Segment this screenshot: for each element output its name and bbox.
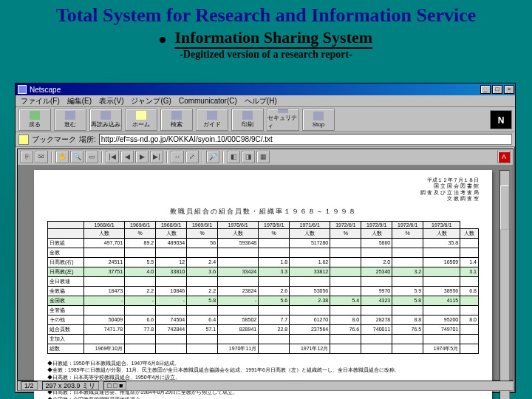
home-label: ホーム (132, 120, 150, 129)
pdf-next-button[interactable]: ▶ (135, 151, 149, 163)
pdf-first-button[interactable]: |◀ (106, 151, 119, 163)
menu-file[interactable]: ファイル(F) (18, 96, 62, 106)
pdf-tool-button[interactable]: ▦ (256, 151, 270, 163)
note-item: ◆全国教：全国教育管理職員団体協議会。 (47, 396, 479, 399)
back-button[interactable]: 戻る (18, 109, 51, 131)
bookmark-icon[interactable] (18, 134, 29, 145)
forward-button[interactable]: 進む (54, 109, 86, 131)
pdf-tool-button[interactable]: ⎘ (20, 151, 33, 163)
slide-main-title: Total System for Research and Informatio… (0, 0, 532, 27)
pdf-zoom-button[interactable]: 🔍 (70, 151, 83, 163)
bullet-icon (160, 37, 166, 43)
search-button[interactable]: 検索 (160, 109, 193, 131)
pdf-last-button[interactable]: ▶| (150, 151, 163, 163)
reload-icon (100, 111, 111, 120)
lock-icon (278, 109, 288, 113)
maximize-button[interactable]: □ (492, 85, 502, 94)
reload-label: 再読み込み (91, 120, 120, 129)
report-notes: ◆日教組：1950年日本教職員組合。1947年6月8日結成。◆全教：1989年に… (47, 360, 479, 399)
search-label: 検索 (171, 120, 183, 129)
print-label: 印刷 (242, 120, 253, 129)
menu-bar: ファイル(F) 編集(E) 表示(V) ジャンプ(G) Communicator… (16, 95, 515, 107)
table-row: 全管協 (48, 305, 479, 315)
report-title: 教職員組合の組合員数・組織率１９６８～１９９８ (47, 207, 479, 216)
pdf-tool-button[interactable]: ◧ (227, 151, 240, 163)
pdf-fitpage-button[interactable]: ⤢ (185, 151, 199, 163)
pdf-toolbar: ⎘ ✉ ✋ 🔍 ▭ |◀ ◀ ▶ ▶| ↔ ⤢ 🔎 ◧ ◨ ▦ A (18, 149, 513, 166)
status-page: 1/2 (21, 381, 38, 390)
window-title: Netscape (30, 86, 61, 94)
close-button[interactable]: × (504, 85, 514, 94)
note-item: ◆全教：1989年に日教組が分裂、11月、民主教団が全日本教職員組合協議会を結成… (47, 366, 479, 374)
back-icon (30, 111, 40, 120)
pdf-tool-button[interactable]: ✉ (35, 151, 48, 163)
guide-button[interactable]: ガイド (196, 109, 228, 131)
print-button[interactable]: 印刷 (231, 109, 264, 131)
app-icon (18, 85, 27, 94)
security-button[interactable]: セキュリティ (267, 109, 299, 131)
status-size: 297 x 203.9 ミリ (42, 381, 100, 390)
report-org2: 調 査 及 び 立 法 考 査 局 (47, 190, 479, 196)
status-bar: 1/2 297 x 203.9 ミリ □ □ ■ (17, 381, 514, 391)
report-date: 平成１２年７月１８日 (47, 177, 479, 183)
report-org1: 国 立 国 会 図 書 館 (47, 183, 479, 189)
table-row: 全国教---5.8-5.62-385.443235.84115 (48, 296, 479, 305)
table-row: 日教組497,70189.248903456593648517280586035… (48, 238, 479, 248)
pdf-fitwidth-button[interactable]: ↔ (171, 151, 184, 163)
note-item: ◆日教組：1950年日本教職員組合。1947年6月8日結成。 (47, 360, 479, 367)
pdf-tool-button[interactable]: ◨ (242, 151, 255, 163)
home-button[interactable]: ホーム (125, 109, 157, 131)
forward-label: 進む (64, 120, 76, 129)
vertical-scrollbar[interactable] (499, 170, 510, 399)
search-icon (171, 111, 182, 120)
table-row: 全日教連 (48, 276, 479, 286)
stop-button[interactable]: Stop (302, 109, 335, 131)
table-row: 総数1969年10月1970年11月1971年12月1974年5月 (48, 344, 479, 353)
report-org3: 文 教 調 査 室 (47, 196, 479, 202)
home-icon (136, 111, 146, 120)
menu-edit[interactable]: 編集(E) (65, 96, 94, 106)
slide-description: -Degitized version of a research report- (0, 49, 532, 61)
reload-button[interactable]: 再読み込み (89, 109, 122, 131)
netscape-logo-icon: N (490, 110, 512, 129)
report-page: 平成１２年７月１８日 国 立 国 会 図 書 館 調 査 及 び 立 法 考 査… (34, 170, 492, 399)
address-input[interactable] (99, 134, 512, 145)
report-table: 1968/6/11969/6/11968/9/11969/9/11970/6/1… (47, 221, 479, 354)
menu-help[interactable]: ヘルプ(H) (242, 96, 279, 106)
document-area: ⎘ ✉ ✋ 🔍 ▭ |◀ ◀ ▶ ▶| ↔ ⤢ 🔎 ◧ ◨ ▦ A 平成１２年７… (17, 149, 514, 381)
table-row: 全教協184732.2108462.2238242.65305699705.93… (48, 286, 479, 296)
back-label: 戻る (29, 120, 41, 129)
guide-icon (207, 111, 217, 120)
slide-subtitle: Information Sharing System (174, 28, 372, 49)
security-label: セキュリティ (267, 114, 299, 130)
menu-go[interactable]: ジャンプ(G) (129, 96, 173, 106)
stop-icon (313, 112, 324, 120)
table-row: 非加入 (48, 334, 479, 344)
pdf-select-button[interactable]: ▭ (85, 151, 98, 163)
pdf-find-button[interactable]: 🔎 (206, 151, 219, 163)
minimize-button[interactable]: _ (480, 85, 491, 94)
table-row: 日高教(右)245115.5122.41.81.622.0165091.4 (48, 257, 479, 267)
print-icon (242, 111, 253, 120)
bookmark-label: ブックマーク (32, 134, 76, 145)
report-meta: 平成１２年７月１８日 国 立 国 会 図 書 館 調 査 及 び 立 法 考 査… (47, 177, 479, 202)
address-label: 場所: (79, 134, 96, 145)
pdf-prev-button[interactable]: ◀ (120, 151, 134, 163)
stop-label: Stop (313, 121, 324, 128)
pdf-adobe-icon: A (497, 151, 511, 163)
table-row: 全教 (48, 248, 479, 257)
guide-label: ガイド (203, 120, 221, 129)
pdf-hand-button[interactable]: ✋ (55, 151, 69, 163)
status-extra: □ □ ■ (103, 381, 126, 390)
table-row: 組合員数7471.7877.874284457.182894122.823756… (48, 324, 479, 334)
menu-communicator[interactable]: Communicator(C) (177, 97, 239, 105)
window-titlebar: Netscape _ □ × (16, 83, 515, 95)
browser-toolbar: 戻る 進む 再読み込み ホーム 検索 ガイド 印刷 セキュリティ Stop N (16, 107, 515, 132)
address-bar: ブックマーク 場所: (16, 132, 515, 147)
table-row: 日高教(左)377514.0338103.6334243.33381225340… (48, 267, 479, 276)
forward-icon (65, 111, 75, 120)
menu-view[interactable]: 表示(V) (97, 96, 126, 106)
table-row: その他504096.6745046.4585027.7612708.028278… (48, 315, 479, 324)
browser-window: Netscape _ □ × ファイル(F) 編集(E) 表示(V) ジャンプ(… (15, 83, 516, 393)
scrollbar-thumb[interactable] (500, 185, 509, 230)
